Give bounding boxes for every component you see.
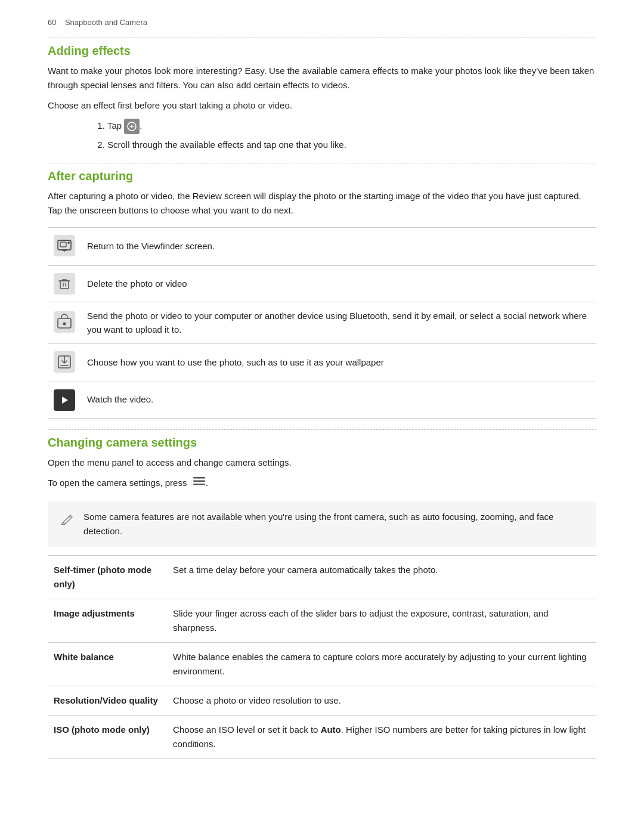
image-adj-key: Image adjustments bbox=[48, 599, 167, 643]
svg-marker-8 bbox=[62, 397, 68, 404]
iso-value: Choose an ISO level or set it back to Au… bbox=[167, 716, 596, 759]
svg-point-3 bbox=[67, 241, 70, 244]
table-row-viewfinder: Return to the Viewfinder screen. bbox=[48, 228, 596, 266]
camera-settings-body2: To open the camera settings, press . bbox=[48, 476, 596, 491]
share-icon bbox=[54, 311, 75, 333]
white-balance-value: White balance enables the camera to capt… bbox=[167, 643, 596, 686]
settings-row-selftimer: Self-timer (photo mode only) Set a time … bbox=[48, 556, 596, 599]
use-text: Choose how you want to use the photo, su… bbox=[81, 344, 596, 382]
use-icon-cell bbox=[48, 344, 81, 382]
svg-point-6 bbox=[63, 323, 66, 326]
step-1: Tap . bbox=[107, 119, 596, 134]
chapter-title: Snapbooth and Camera bbox=[65, 18, 147, 27]
play-text: Watch the video. bbox=[81, 382, 596, 418]
table-row-delete: Delete the photo or video bbox=[48, 265, 596, 302]
selftimer-value: Set a time delay before your camera auto… bbox=[167, 556, 596, 599]
page-number: 60 bbox=[48, 18, 56, 27]
section-divider-adding bbox=[48, 38, 596, 38]
page-header: 60 Snapbooth and Camera bbox=[48, 18, 596, 27]
section-title-after-capturing: After capturing bbox=[48, 169, 596, 183]
section-divider-camera bbox=[48, 429, 596, 430]
menu-icon bbox=[193, 476, 206, 491]
viewfinder-icon bbox=[54, 235, 75, 256]
share-text: Send the photo or video to your computer… bbox=[81, 302, 596, 344]
share-icon-cell bbox=[48, 302, 81, 344]
selftimer-key: Self-timer (photo mode only) bbox=[48, 556, 167, 599]
table-row-use: Choose how you want to use the photo, su… bbox=[48, 344, 596, 382]
svg-rect-2 bbox=[60, 242, 66, 247]
table-row-play: Watch the video. bbox=[48, 382, 596, 418]
viewfinder-text: Return to the Viewfinder screen. bbox=[81, 228, 596, 266]
section-divider-after bbox=[48, 163, 596, 163]
camera-settings-body1: Open the menu panel to access and change… bbox=[48, 456, 596, 470]
svg-rect-11 bbox=[193, 484, 205, 485]
settings-row-iso: ISO (photo mode only) Choose an ISO leve… bbox=[48, 716, 596, 759]
play-icon bbox=[54, 389, 75, 411]
note-box: Some camera features are not available w… bbox=[48, 501, 596, 547]
adding-effects-body1: Want to make your photos look more inter… bbox=[48, 64, 596, 92]
white-balance-key: White balance bbox=[48, 643, 167, 686]
svg-rect-4 bbox=[60, 281, 69, 289]
note-text: Some camera features are not available w… bbox=[83, 510, 586, 538]
resolution-value: Choose a photo or video resolution to us… bbox=[167, 686, 596, 716]
resolution-key: Resolution/Video quality bbox=[48, 686, 167, 716]
delete-icon-cell bbox=[48, 265, 81, 302]
settings-row-resolution: Resolution/Video quality Choose a photo … bbox=[48, 686, 596, 716]
section-title-adding-effects: Adding effects bbox=[48, 44, 596, 58]
play-icon-cell bbox=[48, 382, 81, 418]
step-2: Scroll through the available effects and… bbox=[107, 138, 596, 152]
section-title-camera-settings: Changing camera settings bbox=[48, 436, 596, 450]
use-icon bbox=[54, 351, 75, 373]
iso-key: ISO (photo mode only) bbox=[48, 716, 167, 759]
delete-icon bbox=[54, 273, 75, 295]
adding-effects-body2: Choose an effect first before you start … bbox=[48, 98, 596, 113]
settings-row-white-balance: White balance White balance enables the … bbox=[48, 643, 596, 686]
after-capturing-body: After capturing a photo or video, the Re… bbox=[48, 189, 596, 218]
settings-table: Self-timer (photo mode only) Set a time … bbox=[48, 555, 596, 759]
pencil-icon bbox=[58, 511, 75, 534]
table-row-share: Send the photo or video to your computer… bbox=[48, 302, 596, 344]
after-capturing-table: Return to the Viewfinder screen. Delete … bbox=[48, 227, 596, 419]
svg-rect-10 bbox=[193, 481, 205, 482]
viewfinder-icon-cell bbox=[48, 228, 81, 266]
delete-text: Delete the photo or video bbox=[81, 265, 596, 302]
image-adj-value: Slide your finger across each of the sli… bbox=[167, 599, 596, 643]
svg-rect-9 bbox=[193, 477, 205, 479]
effects-icon bbox=[124, 119, 140, 134]
settings-row-image: Image adjustments Slide your finger acro… bbox=[48, 599, 596, 643]
